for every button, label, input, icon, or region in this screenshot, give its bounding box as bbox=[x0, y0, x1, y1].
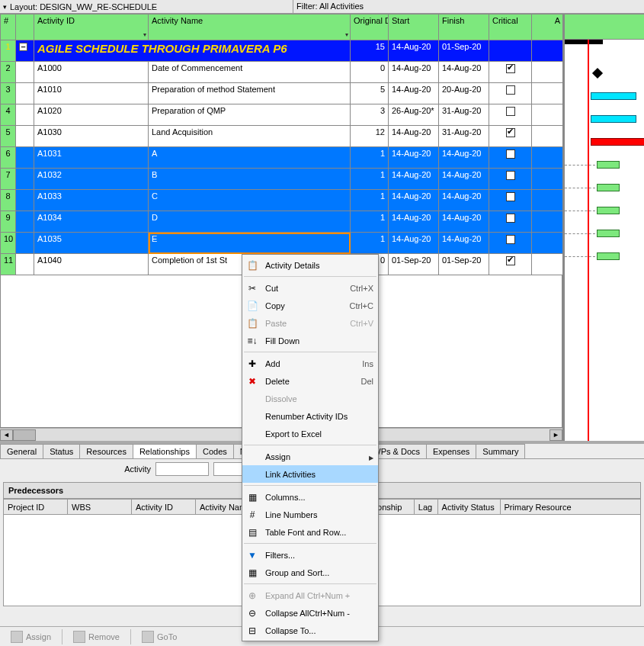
assign-button[interactable]: Assign bbox=[6, 629, 56, 644]
pred-col-header[interactable]: WBS bbox=[68, 500, 132, 515]
gantt-bar[interactable] bbox=[597, 230, 620, 237]
critical-checkbox[interactable] bbox=[506, 256, 515, 265]
scroll-left-button[interactable]: ◄ bbox=[0, 429, 13, 441]
menu-item-fill-down[interactable]: ≡↓Fill Down bbox=[242, 332, 378, 349]
menu-item-dissolve: Dissolve bbox=[242, 390, 378, 407]
export-icon bbox=[245, 428, 259, 440]
remove-button[interactable]: Remove bbox=[69, 629, 124, 644]
goto-button[interactable]: GoTo bbox=[137, 629, 181, 644]
filter-label: Filter: All Activities bbox=[293, 0, 644, 13]
table-row[interactable]: 6A1031A114-Aug-2014-Aug-20 bbox=[1, 147, 564, 169]
critical-checkbox[interactable] bbox=[506, 171, 515, 180]
gantt-bar[interactable] bbox=[565, 40, 603, 44]
col-header-dur[interactable]: Original Duration bbox=[351, 14, 389, 40]
group-icon: ▦ bbox=[245, 567, 259, 579]
gantt-header bbox=[565, 14, 644, 40]
critical-checkbox[interactable] bbox=[506, 85, 515, 95]
menu-item-line-numbers[interactable]: #Line Numbers bbox=[242, 506, 378, 523]
critical-checkbox[interactable] bbox=[506, 192, 515, 201]
col-header-crit[interactable]: Critical bbox=[489, 14, 532, 40]
menu-item-table-font-and-row[interactable]: ▤Table Font and Row... bbox=[242, 523, 378, 541]
tab-summary[interactable]: Summary bbox=[476, 444, 525, 458]
table-row[interactable]: 8A1033C114-Aug-2014-Aug-20 bbox=[1, 190, 564, 211]
menu-item-renumber-activity-ids[interactable]: Renumber Activity IDs bbox=[242, 407, 378, 425]
pred-col-header[interactable]: Lag bbox=[414, 500, 437, 515]
critical-checkbox[interactable] bbox=[506, 107, 515, 116]
submenu-arrow-icon bbox=[369, 452, 373, 461]
cut-icon: ✂ bbox=[245, 282, 259, 294]
gantt-row bbox=[565, 40, 644, 63]
table-row[interactable]: 10A1035E114-Aug-2014-Aug-20 bbox=[1, 233, 564, 254]
gantt-bar[interactable] bbox=[597, 184, 620, 191]
menu-item-add[interactable]: ✚AddIns bbox=[242, 355, 378, 372]
menu-item-activity-details[interactable]: 📋Activity Details bbox=[242, 256, 378, 274]
table-row[interactable]: 9A1034D114-Aug-2014-Aug-20 bbox=[1, 211, 564, 233]
cell-editing: E bbox=[149, 233, 351, 254]
scroll-thumb[interactable] bbox=[13, 429, 36, 441]
menu-item-collapse-allctrl-num[interactable]: ⊖Collapse AllCtrl+Num - bbox=[242, 604, 378, 622]
pred-col-header[interactable]: Activity ID bbox=[132, 500, 196, 515]
gantt-bar[interactable] bbox=[597, 207, 620, 214]
tab-relationships[interactable]: Relationships bbox=[133, 444, 197, 458]
col-header-num[interactable]: # bbox=[1, 14, 16, 40]
menu-item-delete[interactable]: ✖DeleteDel bbox=[242, 372, 378, 390]
table-row[interactable]: 3A1010Preparation of method Statement514… bbox=[1, 83, 564, 104]
critical-checkbox[interactable] bbox=[506, 64, 515, 73]
tab-expenses[interactable]: Expenses bbox=[426, 444, 476, 458]
link-icon bbox=[245, 468, 259, 480]
col-header-extra[interactable]: A bbox=[532, 14, 564, 40]
tab-codes[interactable]: Codes bbox=[196, 444, 234, 458]
fill-icon: ≡↓ bbox=[245, 335, 259, 347]
table-row[interactable]: 1–AGILE SCHEDULE THROUGH PRIMAVERA P6151… bbox=[1, 40, 564, 62]
gantt-row bbox=[565, 223, 644, 246]
menu-item-cut[interactable]: ✂CutCtrl+X bbox=[242, 279, 378, 297]
col-header-id[interactable]: Activity ID▾ bbox=[34, 14, 149, 40]
col-header-margin[interactable] bbox=[16, 14, 34, 40]
pred-col-header[interactable]: Activity Status bbox=[437, 500, 500, 515]
add-icon: ✚ bbox=[245, 358, 259, 370]
collapse-icon: ⊖ bbox=[245, 607, 259, 619]
table-row[interactable]: 7A1032B114-Aug-2014-Aug-20 bbox=[1, 169, 564, 190]
gantt-bar[interactable] bbox=[597, 161, 620, 169]
pred-col-header[interactable]: Project ID bbox=[4, 500, 68, 515]
table-icon: ▤ bbox=[245, 526, 259, 538]
columns...-icon: ▦ bbox=[245, 491, 259, 503]
activity-icon: 📋 bbox=[245, 259, 259, 272]
activity-id-input[interactable] bbox=[155, 462, 209, 476]
dissolve-icon bbox=[245, 393, 259, 405]
menu-item-collapse-to[interactable]: ⊟Collapse To... bbox=[242, 622, 378, 639]
gantt-bar[interactable] bbox=[591, 92, 636, 100]
tab-resources[interactable]: Resources bbox=[79, 444, 133, 458]
critical-checkbox[interactable] bbox=[506, 214, 515, 223]
menu-item-columns[interactable]: ▦Columns... bbox=[242, 488, 378, 506]
gantt-row bbox=[565, 63, 644, 85]
pred-col-header[interactable]: Primary Resource bbox=[500, 500, 640, 515]
collapse-toggle[interactable]: – bbox=[19, 43, 27, 51]
menu-item-group-and-sort[interactable]: ▦Group and Sort... bbox=[242, 564, 378, 581]
activity-table[interactable]: # Activity ID▾ Activity Name▾ Original D… bbox=[0, 14, 564, 275]
gantt-bar[interactable] bbox=[591, 115, 636, 123]
scroll-right-button[interactable]: ► bbox=[549, 429, 562, 441]
menu-item-copy[interactable]: 📄CopyCtrl+C bbox=[242, 297, 378, 314]
menu-item-link-activities[interactable]: Link Activities bbox=[242, 465, 378, 483]
table-row[interactable]: 2A1000Date of Commencement014-Aug-2014-A… bbox=[1, 62, 564, 83]
col-header-name[interactable]: Activity Name▾ bbox=[149, 14, 351, 40]
tab-status[interactable]: Status bbox=[43, 444, 80, 458]
critical-checkbox[interactable] bbox=[506, 149, 515, 159]
gantt-pane[interactable] bbox=[562, 14, 644, 441]
critical-checkbox[interactable] bbox=[506, 235, 515, 244]
menu-item-assign[interactable]: Assign bbox=[242, 448, 378, 465]
table-row[interactable]: 5A1030Land Acquisition1214-Aug-2031-Aug-… bbox=[1, 126, 564, 147]
col-header-start[interactable]: Start bbox=[389, 14, 439, 40]
gantt-row bbox=[565, 268, 644, 291]
table-row[interactable]: 4A1020Preparation of QMP326-Aug-20*31-Au… bbox=[1, 104, 564, 126]
menu-item-filters[interactable]: ▼Filters... bbox=[242, 546, 378, 564]
gantt-bar[interactable] bbox=[592, 68, 603, 79]
tab-general[interactable]: General bbox=[0, 444, 43, 458]
gantt-bar[interactable] bbox=[597, 252, 620, 260]
gantt-bar[interactable] bbox=[591, 138, 644, 146]
col-header-finish[interactable]: Finish bbox=[439, 14, 489, 40]
menu-item-export-to-excel[interactable]: Export to Excel bbox=[242, 425, 378, 442]
layout-dropdown[interactable]: ▾ Layout: DESIGN_WW_RE-SCHEDULE bbox=[0, 0, 293, 13]
critical-checkbox[interactable] bbox=[506, 128, 515, 137]
